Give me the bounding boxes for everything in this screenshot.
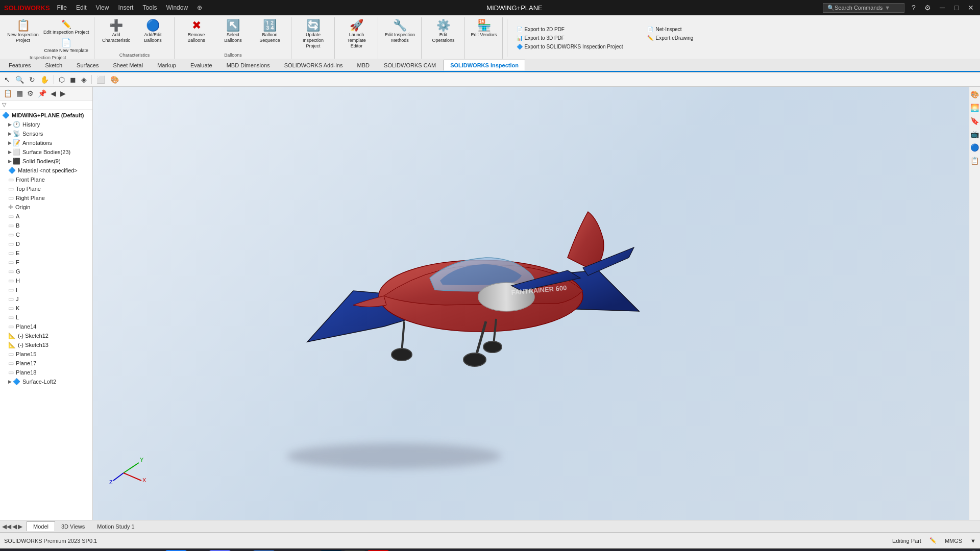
tab-surfaces[interactable]: Surfaces: [70, 60, 105, 70]
tree-top-plane[interactable]: ▭ Top Plane: [0, 184, 92, 193]
menu-help[interactable]: ⊕: [193, 3, 206, 12]
add-edit-balloons-btn[interactable]: 🔵 Add/Edit Balloons: [135, 18, 171, 45]
menu-edit[interactable]: Edit: [72, 3, 91, 12]
edit-inspection-methods-btn[interactable]: 🔧 Edit Inspection Methods: [382, 18, 418, 45]
maximize-btn[interactable]: □: [951, 3, 962, 13]
feature-tree: 🔷 MIDWING+PLANE (Default) ▶ 🕐 History ▶ …: [0, 110, 92, 520]
export-excel-btn[interactable]: 📊Export to 3D PDF: [514, 34, 625, 42]
featuretree-icon[interactable]: 📋: [2, 88, 14, 98]
tab-sketch[interactable]: Sketch: [38, 60, 69, 70]
pin-icon[interactable]: 📌: [36, 88, 48, 98]
add-characteristic-btn[interactable]: ➕ Add Characteristic: [99, 18, 134, 45]
tab-sheet-metal[interactable]: Sheet Metal: [106, 60, 150, 70]
tab-cam[interactable]: SOLIDWORKS CAM: [377, 60, 443, 70]
menu-file[interactable]: File: [53, 3, 71, 12]
edit-ops-label: Edit Operations: [428, 32, 459, 43]
tree-item-f[interactable]: ▭F: [0, 258, 92, 267]
tree-item-k[interactable]: ▭K: [0, 304, 92, 313]
tree-item-j[interactable]: ▭J: [0, 294, 92, 304]
tree-annotations[interactable]: ▶ 📝 Annotations: [0, 138, 92, 147]
tab-markup[interactable]: Markup: [151, 60, 183, 70]
arrow-left-icon[interactable]: ◀: [49, 88, 58, 98]
view-orient-btn[interactable]: ⬡: [57, 74, 67, 85]
units-dropdown[interactable]: ▼: [970, 538, 976, 544]
settings-btn[interactable]: ⚙: [923, 3, 933, 13]
pointer-tool[interactable]: ↖: [2, 74, 12, 85]
edit-inspection-project-btn[interactable]: ✏️ Edit Inspection Project: [42, 18, 91, 36]
create-new-template-btn[interactable]: 📄 Create New Template: [42, 37, 91, 54]
tree-sensors[interactable]: ▶ 📡 Sensors: [0, 129, 92, 138]
tree-item-c[interactable]: ▭C: [0, 230, 92, 239]
appearance-btn[interactable]: 🎨: [108, 74, 121, 85]
tab-addins[interactable]: SOLIDWORKS Add-Ins: [278, 60, 350, 70]
tree-material[interactable]: 🔷 Material <not specified>: [0, 166, 92, 175]
zoom-tool[interactable]: 🔍: [13, 74, 26, 85]
new-inspection-project-btn[interactable]: 📋 New Inspection Project: [5, 18, 41, 45]
menu-window[interactable]: Window: [162, 3, 192, 12]
menu-tools[interactable]: Tools: [138, 3, 161, 12]
rotate-tool[interactable]: ↻: [27, 74, 37, 85]
nav-right-btn[interactable]: ▶: [18, 523, 22, 530]
minimize-btn[interactable]: ─: [937, 3, 947, 13]
tree-history[interactable]: ▶ 🕐 History: [0, 120, 92, 129]
btab-model[interactable]: Model: [27, 521, 55, 531]
tree-sketch13[interactable]: 📐(-) Sketch13: [0, 340, 92, 349]
arrow-right-icon[interactable]: ▶: [59, 88, 67, 98]
filter-icon[interactable]: ▽: [2, 102, 6, 108]
update-inspection-btn[interactable]: 🔄 Update Inspection Project: [296, 18, 331, 50]
export-solidworks-btn[interactable]: 🔷Export to SOLIDWORKS Inspection Project: [514, 43, 625, 51]
tab-evaluate[interactable]: Evaluate: [184, 60, 219, 70]
pan-tool[interactable]: ✋: [38, 74, 51, 85]
tree-surface-loft2[interactable]: ▶ 🔷 Surface-Loft2: [0, 377, 92, 386]
command-search[interactable]: 🔍 Search Commands ▼: [823, 3, 904, 13]
tree-surface-bodies[interactable]: ▶ ⬜ Surface Bodies(23): [0, 147, 92, 157]
properties-icon[interactable]: ▦: [15, 88, 24, 98]
tree-item-e[interactable]: ▭E: [0, 248, 92, 258]
remove-balloons-btn[interactable]: ✖ Remove Balloons: [179, 18, 214, 45]
edit-operations-btn[interactable]: ⚙️ Edit Operations: [426, 18, 461, 45]
section-view-btn[interactable]: ⬜: [94, 74, 107, 85]
tree-right-plane[interactable]: ▭ Right Plane: [0, 193, 92, 203]
menu-insert[interactable]: Insert: [114, 3, 137, 12]
balloon-sequence-btn[interactable]: 🔢 Balloon Sequence: [252, 18, 288, 45]
launch-template-editor-btn[interactable]: 🚀 Launch Template Editor: [339, 18, 375, 50]
tree-item-l[interactable]: ▭L: [0, 313, 92, 322]
tree-item-h[interactable]: ▭H: [0, 276, 92, 285]
export-edrawing-btn[interactable]: ✏️Export eDrawing: [645, 34, 695, 42]
tree-solid-bodies[interactable]: ▶ ⬛ Solid Bodies(9): [0, 157, 92, 166]
btab-3d-views[interactable]: 3D Views: [55, 522, 91, 531]
tree-item-g[interactable]: ▭G: [0, 267, 92, 276]
menu-view[interactable]: View: [92, 3, 113, 12]
tree-front-plane[interactable]: ▭ Front Plane: [0, 175, 92, 184]
tree-plane17[interactable]: ▭Plane17: [0, 359, 92, 368]
edit-vendors-btn[interactable]: 🏪 Edit Vendors: [469, 18, 499, 39]
tab-features[interactable]: Features: [2, 60, 37, 70]
nav-prev-btn[interactable]: ◀◀: [2, 523, 11, 530]
tab-inspection[interactable]: SOLIDWORKS Inspection: [444, 60, 525, 70]
viewport[interactable]: FANTRAINER 600 Y Z X: [93, 87, 969, 520]
export-2d-pdf-btn[interactable]: 📄Export to 2D PDF: [514, 26, 625, 33]
tree-plane14[interactable]: ▭Plane14: [0, 322, 92, 331]
tree-sketch12[interactable]: 📐(-) Sketch12: [0, 331, 92, 340]
surface-loft2-arrow: ▶: [8, 379, 12, 384]
tree-item-i[interactable]: ▭I: [0, 285, 92, 294]
tab-mbd-dimensions[interactable]: MBD Dimensions: [220, 60, 277, 70]
units-status: MMGS: [945, 538, 962, 544]
btab-motion-study[interactable]: Motion Study 1: [91, 522, 140, 531]
tree-plane15[interactable]: ▭Plane15: [0, 349, 92, 359]
display-style-btn[interactable]: ◈: [79, 74, 89, 85]
nav-left-btn[interactable]: ◀: [12, 523, 17, 530]
tree-item-a[interactable]: ▭A: [0, 212, 92, 221]
select-balloons-btn[interactable]: ↖️ Select Balloons: [215, 18, 251, 45]
tree-plane18[interactable]: ▭Plane18: [0, 368, 92, 377]
tab-mbd[interactable]: MBD: [351, 60, 376, 70]
tree-item-d[interactable]: ▭D: [0, 239, 92, 248]
view-mode-btn[interactable]: ◼: [68, 74, 78, 85]
help-btn[interactable]: ?: [909, 3, 919, 13]
tree-origin[interactable]: ✚ Origin: [0, 203, 92, 212]
config-icon[interactable]: ⚙: [26, 88, 35, 98]
export-3d-pdf-btn[interactable]: 📄Net-Inspect: [645, 26, 695, 33]
tree-root[interactable]: 🔷 MIDWING+PLANE (Default): [0, 111, 92, 120]
close-btn[interactable]: ✕: [966, 3, 976, 13]
tree-item-b[interactable]: ▭B: [0, 221, 92, 230]
